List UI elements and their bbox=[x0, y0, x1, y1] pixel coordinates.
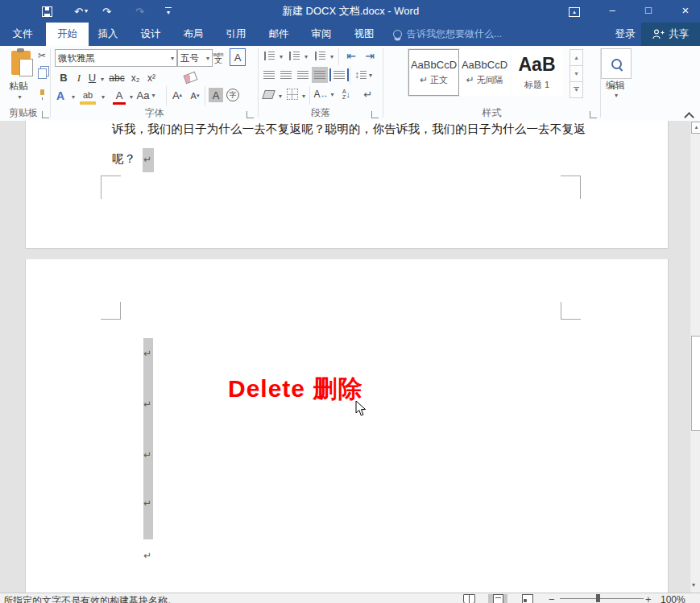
bullets-caret[interactable]: ▾ bbox=[280, 53, 283, 60]
clear-formatting-button[interactable] bbox=[182, 71, 198, 85]
zoom-slider-track[interactable] bbox=[560, 598, 644, 599]
increase-indent-button[interactable]: ⇥ bbox=[362, 48, 378, 63]
multilevel-list-button[interactable] bbox=[313, 49, 327, 62]
underline-button[interactable]: U bbox=[87, 71, 97, 85]
grow-font-button[interactable]: A▴ bbox=[170, 88, 184, 102]
zoom-out-button[interactable]: − bbox=[549, 593, 555, 603]
scroll-down-button[interactable]: ▾ bbox=[692, 581, 695, 589]
ribbon-display-options-button[interactable]: ▴ bbox=[562, 0, 586, 23]
copy-button[interactable] bbox=[35, 68, 48, 79]
line-spacing-button[interactable]: ↕▾ bbox=[354, 68, 372, 81]
style-card-heading1[interactable]: AaB 标题 1 bbox=[512, 49, 562, 96]
sort-button[interactable]: AZ ↓ bbox=[338, 88, 354, 101]
shading-caret[interactable]: ▾ bbox=[279, 93, 282, 100]
tab-file[interactable]: 文件 bbox=[6, 23, 39, 46]
cut-button[interactable]: ✂ bbox=[35, 50, 48, 61]
delete-text[interactable]: Delete 删除 bbox=[228, 373, 362, 406]
asian-layout-button[interactable]: A↔▾ bbox=[314, 88, 333, 101]
page-1[interactable]: 诉我，我们的日子为什么一去不复返呢？聪明的，你告诉我，我们的日子为什么一去不复返… bbox=[25, 121, 669, 249]
multilevel-caret[interactable]: ▾ bbox=[330, 53, 333, 60]
paragraph-dialog-launcher[interactable] bbox=[371, 111, 379, 118]
zoom-in-button[interactable]: + bbox=[645, 593, 652, 603]
numbering-button[interactable] bbox=[287, 49, 301, 62]
tab-review[interactable]: 审阅 bbox=[305, 23, 338, 46]
align-right-button[interactable] bbox=[296, 68, 310, 81]
page-2[interactable]: ↵ ↵ ↵ ↵ ↵ Delete 删除 bbox=[25, 259, 669, 593]
redo-button[interactable]: ↷ bbox=[102, 3, 111, 19]
numbering-caret[interactable]: ▾ bbox=[304, 53, 308, 60]
subscript-button[interactable]: x₂ bbox=[129, 71, 142, 85]
zoom-level[interactable]: 100% bbox=[661, 594, 686, 603]
decrease-indent-button[interactable]: ⇤ bbox=[343, 48, 359, 63]
scroll-up-button[interactable]: ▴ bbox=[691, 122, 700, 134]
font-size-combo[interactable]: 五号▾ bbox=[177, 49, 213, 67]
status-message: 所指定的文字不是有效的构建基块名称。 bbox=[3, 594, 177, 603]
tab-view[interactable]: 视图 bbox=[348, 23, 380, 46]
phonetic-guide-button[interactable]: wén 文 bbox=[210, 47, 226, 67]
character-border-button[interactable]: A bbox=[230, 48, 246, 66]
save-button[interactable] bbox=[42, 3, 52, 19]
font-color-button[interactable]: A bbox=[113, 88, 126, 105]
sign-in-button[interactable]: 登录 bbox=[611, 23, 640, 46]
borders-caret[interactable]: ▾ bbox=[302, 93, 305, 100]
undo-button[interactable]: ↶▾ bbox=[74, 3, 88, 19]
character-shading-button[interactable]: A bbox=[209, 88, 223, 102]
underline-caret[interactable]: ▾ bbox=[101, 76, 104, 83]
page1-text-line2[interactable]: 呢？ bbox=[112, 151, 135, 167]
repeat-button[interactable]: ↷ bbox=[135, 3, 144, 19]
tell-me-box[interactable]: 告诉我您想要做什么... bbox=[393, 23, 502, 46]
scrollbar-thumb[interactable] bbox=[691, 336, 700, 431]
distributed-button[interactable] bbox=[329, 68, 349, 81]
styles-gallery-more-button[interactable]: ▾ bbox=[570, 81, 583, 98]
page1-text-line1[interactable]: 诉我，我们的日子为什么一去不复返呢？聪明的，你告诉我，我们的日子为什么一去不复返 bbox=[112, 122, 586, 137]
font-name-combo[interactable]: 微软雅黑▾ bbox=[55, 49, 177, 67]
paste-button[interactable]: 粘贴 ▾ bbox=[3, 47, 34, 107]
close-button[interactable]: × bbox=[673, 0, 698, 23]
styles-scroll-up-button[interactable]: ▴ bbox=[570, 49, 583, 66]
maximize-button[interactable]: □ bbox=[636, 0, 661, 23]
shrink-font-button[interactable]: A▾ bbox=[188, 89, 202, 102]
tab-references[interactable]: 引用 bbox=[220, 23, 252, 46]
show-hide-marks-button[interactable]: ↵ bbox=[361, 88, 375, 101]
tab-insert[interactable]: 插入 bbox=[92, 23, 124, 46]
text-effects-button[interactable]: A bbox=[53, 88, 68, 104]
superscript-button[interactable]: x² bbox=[145, 71, 158, 85]
tab-layout[interactable]: 布局 bbox=[177, 23, 209, 46]
editing-caret[interactable]: ▾ bbox=[615, 92, 618, 99]
highlight-caret[interactable]: ▾ bbox=[101, 93, 105, 101]
styles-dialog-launcher[interactable] bbox=[590, 111, 597, 118]
bullets-button[interactable] bbox=[262, 49, 276, 62]
read-mode-button[interactable] bbox=[459, 594, 478, 603]
style-card-normal[interactable]: AaBbCcD ↵ 正文 bbox=[408, 49, 459, 96]
qat-customize-button[interactable]: ▾ bbox=[165, 3, 172, 19]
highlight-color-button[interactable]: ab bbox=[80, 89, 96, 105]
change-case-button[interactable]: Aa▾ bbox=[137, 88, 155, 102]
tell-me-text: 告诉我您想要做什么... bbox=[407, 28, 502, 39]
clipboard-dialog-launcher[interactable] bbox=[42, 111, 49, 118]
vertical-scrollbar[interactable]: ▴ ▾ bbox=[690, 121, 700, 593]
bold-button[interactable]: B bbox=[58, 71, 69, 85]
minimize-button[interactable]: – bbox=[600, 0, 624, 23]
find-button[interactable] bbox=[601, 48, 632, 79]
justify-button[interactable] bbox=[312, 67, 328, 83]
tab-design[interactable]: 设计 bbox=[135, 23, 167, 46]
share-button[interactable]: 共享 bbox=[641, 23, 700, 46]
shading-button[interactable] bbox=[261, 88, 275, 101]
enclose-characters-button[interactable]: 字 bbox=[226, 89, 239, 101]
borders-button[interactable] bbox=[285, 88, 299, 101]
zoom-slider-thumb[interactable] bbox=[596, 594, 600, 602]
style-card-no-spacing[interactable]: AaBbCcD ↵ 无间隔 bbox=[459, 49, 510, 96]
strikethrough-button[interactable]: abc bbox=[107, 71, 126, 85]
font-color-caret[interactable]: ▾ bbox=[130, 93, 133, 101]
styles-scroll-down-button[interactable]: ▾ bbox=[570, 65, 583, 82]
print-layout-button[interactable] bbox=[488, 594, 507, 603]
align-center-button[interactable] bbox=[279, 68, 293, 81]
tab-mailings[interactable]: 邮件 bbox=[263, 23, 295, 46]
italic-button[interactable]: I bbox=[74, 71, 84, 85]
format-painter-button[interactable] bbox=[35, 85, 48, 98]
text-effects-caret[interactable]: ▾ bbox=[72, 93, 75, 101]
align-left-button[interactable] bbox=[262, 68, 276, 81]
font-dialog-launcher[interactable] bbox=[246, 111, 254, 118]
tab-home[interactable]: 开始 bbox=[46, 23, 89, 46]
web-layout-button[interactable] bbox=[518, 594, 537, 603]
